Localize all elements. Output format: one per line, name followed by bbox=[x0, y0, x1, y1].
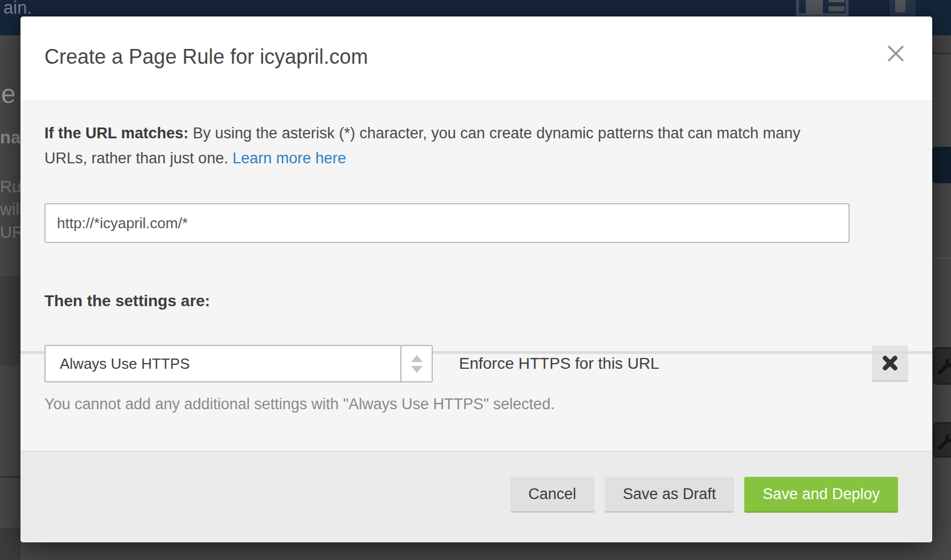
setting-description: Enforce HTTPS for this URL bbox=[459, 355, 659, 373]
background-divider bbox=[0, 476, 21, 478]
wrench-icon[interactable] bbox=[933, 422, 951, 458]
setting-select-value: Always Use HTTPS bbox=[60, 355, 190, 373]
url-match-label: If the URL matches: bbox=[44, 125, 188, 142]
url-pattern-input[interactable] bbox=[44, 203, 850, 243]
cancel-button[interactable]: Cancel bbox=[510, 477, 595, 513]
save-and-deploy-button[interactable]: Save and Deploy bbox=[744, 477, 898, 513]
dialog-body: If the URL matches: By using the asteris… bbox=[21, 101, 932, 451]
background-heading-fragment: e bbox=[1, 79, 16, 109]
create-page-rule-dialog: Create a Page Rule for icyapril.com If t… bbox=[21, 17, 932, 542]
setting-note: You cannot add any additional settings w… bbox=[44, 396, 908, 413]
chevron-up-down-icon bbox=[401, 346, 432, 381]
background-navbar-text-fragment: ain. bbox=[3, 0, 32, 18]
background-section-band bbox=[0, 528, 21, 560]
background-blue-button-fragment[interactable] bbox=[932, 147, 951, 183]
news-grid-icon[interactable] bbox=[796, 0, 848, 16]
background-section-band bbox=[0, 276, 21, 366]
settings-heading: Then the settings are: bbox=[44, 292, 908, 310]
screen: ain. e nav Ru will UR Create a Page Rule… bbox=[0, 0, 951, 560]
background-divider bbox=[932, 257, 951, 259]
setting-row: Always Use HTTPS Enforce HTTPS for this … bbox=[44, 345, 908, 382]
dialog-title: Create a Page Rule for icyapril.com bbox=[44, 45, 368, 69]
close-icon[interactable] bbox=[883, 42, 908, 67]
save-as-draft-button[interactable]: Save as Draft bbox=[605, 477, 735, 513]
setting-select[interactable]: Always Use HTTPS bbox=[44, 345, 433, 382]
dialog-header: Create a Page Rule for icyapril.com bbox=[21, 17, 932, 101]
background-text-fragment: will bbox=[0, 200, 23, 219]
panel-icon[interactable] bbox=[889, 0, 916, 16]
background-divider bbox=[932, 52, 951, 55]
x-remove-icon bbox=[882, 355, 899, 372]
background-section-band bbox=[932, 35, 951, 52]
wrench-icon[interactable] bbox=[933, 347, 951, 385]
dialog-footer: Cancel Save as Draft Save and Deploy bbox=[21, 451, 932, 542]
url-match-description: If the URL matches: By using the asteris… bbox=[44, 121, 833, 171]
background-text-fragment: Ru bbox=[0, 178, 21, 196]
learn-more-link[interactable]: Learn more here bbox=[232, 150, 346, 167]
